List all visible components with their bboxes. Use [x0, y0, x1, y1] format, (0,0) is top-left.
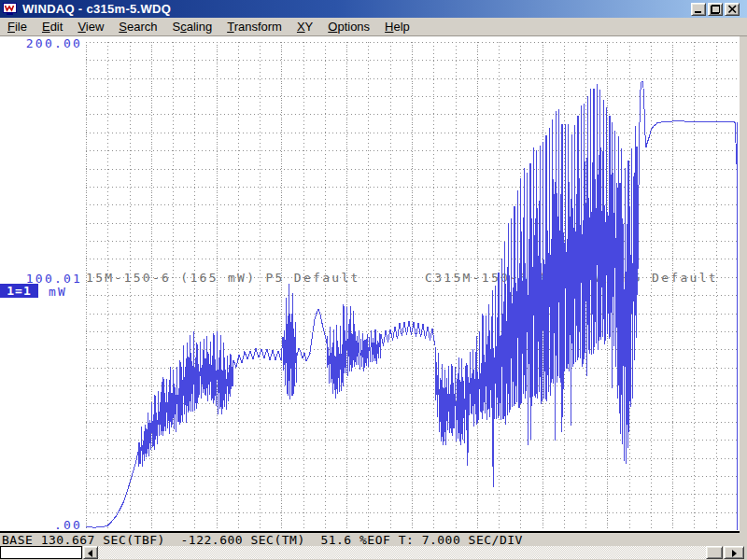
- y-axis-bottom-tick: .00: [0, 518, 82, 532]
- minimize-icon: [695, 11, 701, 13]
- menu-bar: FileEditViewSearchScalingTransformXYOpti…: [0, 18, 747, 36]
- right-border: [740, 36, 747, 546]
- windaq-window: WINDAQ - c315m-5.WDQ FileEditViewSearchS…: [0, 0, 747, 560]
- menu-item-scaling[interactable]: Scaling: [165, 19, 220, 35]
- scroll-left-icon: [88, 550, 92, 557]
- scrollbar: [0, 546, 747, 560]
- menu-item-edit[interactable]: Edit: [35, 19, 70, 35]
- menu-item-options[interactable]: Options: [320, 19, 377, 35]
- restore-button[interactable]: [708, 3, 723, 16]
- y-axis-top-tick: 200.00: [0, 36, 82, 50]
- menu-item-help[interactable]: Help: [377, 19, 417, 35]
- windaq-app-icon: [3, 3, 18, 16]
- scroll-right-icon: [732, 550, 737, 557]
- status-bar: BASE 130.667 SEC(TBF) -122.600 SEC(TM) 5…: [2, 534, 740, 546]
- menu-item-xy[interactable]: XY: [289, 19, 320, 35]
- minimize-button[interactable]: [691, 3, 706, 16]
- scrollbar-readout: [0, 546, 82, 559]
- scroll-right-button[interactable]: [724, 546, 744, 559]
- title-bar: WINDAQ - c315m-5.WDQ: [0, 0, 747, 18]
- menu-item-file[interactable]: File: [0, 19, 35, 35]
- window-title: WINDAQ - c315m-5.WDQ: [22, 2, 171, 16]
- scrollbar-track[interactable]: [98, 546, 706, 559]
- channel-badge[interactable]: 1=1: [0, 284, 38, 298]
- menu-item-search[interactable]: Search: [111, 19, 164, 35]
- close-button[interactable]: [725, 3, 740, 16]
- close-icon: [727, 5, 738, 14]
- scroll-left-button[interactable]: [83, 546, 98, 559]
- waveform-trace: [86, 42, 738, 530]
- y-axis-unit-label: mW: [49, 285, 67, 299]
- menu-item-view[interactable]: View: [70, 19, 111, 35]
- status-text: BASE 130.667 SEC(TBF) -122.600 SEC(TM) 5…: [2, 533, 523, 547]
- scrollbar-thumb[interactable]: [706, 546, 723, 559]
- waveform-plot[interactable]: 15M-150-6 (165 mW) P5 Default C315M-150-…: [86, 42, 738, 530]
- menu-item-transform[interactable]: Transform: [219, 19, 289, 35]
